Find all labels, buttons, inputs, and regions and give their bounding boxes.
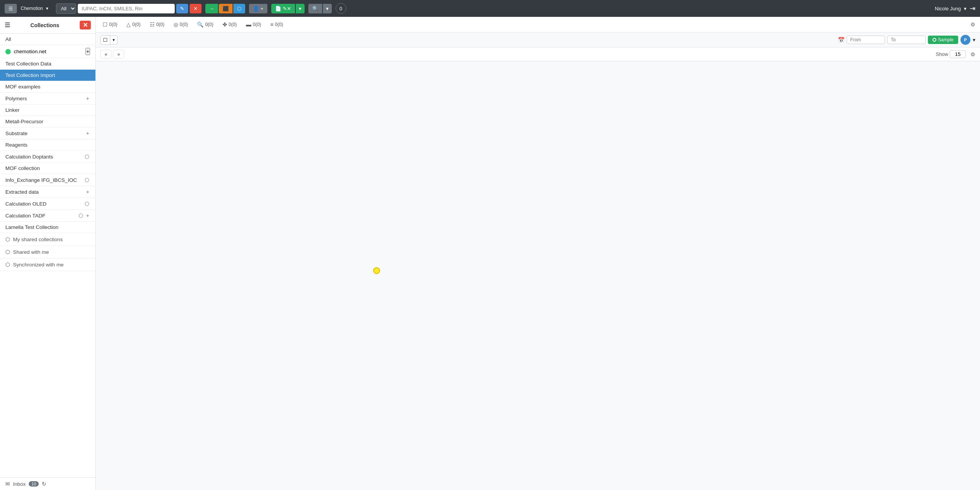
search-input[interactable] bbox=[78, 4, 175, 13]
brand[interactable]: Chemotion ▾ bbox=[21, 6, 48, 11]
chemotion-add-button[interactable]: + bbox=[85, 48, 90, 55]
hamburger-icon: ☰ bbox=[8, 6, 13, 11]
sidebar-item-lamella-test[interactable]: Lamella Test Collection bbox=[0, 222, 95, 233]
user-name[interactable]: Nicole Jung bbox=[935, 6, 961, 11]
sidebar-item-extracted-data[interactable]: Extracted data + bbox=[0, 186, 95, 198]
sidebar-toggle-icon[interactable]: ☰ bbox=[5, 21, 10, 29]
calc-tadf-add-button[interactable]: + bbox=[85, 212, 90, 219]
sidebar-item-linker[interactable]: Linker bbox=[0, 105, 95, 116]
tab-generic3[interactable]: ≡ 0(0) bbox=[268, 20, 285, 29]
hamburger-button[interactable]: ☰ bbox=[5, 4, 17, 13]
share-icon: ⬡ bbox=[5, 249, 10, 255]
badge-button[interactable]: 0 bbox=[336, 3, 346, 14]
sidebar-item-polymers[interactable]: Polymers + bbox=[0, 93, 95, 105]
item-label: MOF collection bbox=[5, 165, 90, 171]
orange-button[interactable]: ⬛ bbox=[219, 4, 233, 13]
generic3-icon: ≡ bbox=[270, 21, 273, 28]
select-dropdown-button[interactable]: ▾ bbox=[110, 36, 118, 44]
sidebar-item-reagents[interactable]: Reagents bbox=[0, 139, 95, 151]
tab-generic2[interactable]: ▬ 0(0) bbox=[244, 20, 263, 29]
calc-oled-share-button[interactable]: ⬡ bbox=[84, 201, 90, 207]
edit-button[interactable]: ✎ bbox=[176, 4, 188, 13]
search-dropdown-button[interactable]: ▾ bbox=[323, 4, 332, 13]
share-button[interactable]: ⬡ bbox=[233, 4, 245, 13]
user-button[interactable]: 👤 + bbox=[249, 4, 267, 13]
sidebar-item-calculation-oled[interactable]: Calculation OLED ⬡ bbox=[0, 198, 95, 210]
tab-screens[interactable]: ◎ 0(0) bbox=[171, 20, 190, 29]
polymers-add-button[interactable]: + bbox=[85, 95, 90, 101]
sidebar-item-all[interactable]: All bbox=[0, 34, 95, 45]
screens-icon: ◎ bbox=[174, 21, 178, 28]
collections-delete-button[interactable]: ✕ bbox=[80, 21, 91, 29]
sidebar-item-calculation-tadf[interactable]: Calculation TADF ⬡ + bbox=[0, 210, 95, 222]
expand-button[interactable]: ▾ bbox=[973, 37, 975, 43]
doc-button[interactable]: 📄 ✎✕ bbox=[271, 4, 295, 13]
wellplates-count: 0(0) bbox=[156, 22, 164, 27]
pagination-row: « » Show ⚙ bbox=[96, 47, 980, 61]
tab-reactions[interactable]: △ 0(0) bbox=[124, 20, 143, 29]
create-button[interactable]: → bbox=[205, 4, 218, 13]
sidebar-item-substrate[interactable]: Substrate + bbox=[0, 127, 95, 139]
create-action-group: → ⬛ ⬡ bbox=[205, 4, 245, 13]
all-label: All bbox=[5, 36, 11, 42]
reactions-count: 0(0) bbox=[132, 22, 140, 27]
tab-research-plans[interactable]: 🔍 0(0) bbox=[195, 20, 215, 29]
item-label: Polymers bbox=[5, 96, 85, 101]
navbar: ☰ Chemotion ▾ All ✎ ✕ → ⬛ ⬡ 👤 + 📄 ✎✕ ▾ 🔍 bbox=[0, 0, 980, 17]
sidebar-item-metall-precursor[interactable]: Metall-Precursor bbox=[0, 116, 95, 127]
doc-dropdown-button[interactable]: ▾ bbox=[296, 4, 305, 13]
tab-settings-icon[interactable]: ⚙ bbox=[970, 21, 975, 28]
search-action-group: 🔍 ▾ bbox=[308, 4, 332, 13]
substrate-add-button[interactable]: + bbox=[85, 130, 90, 136]
sidebar-item-mof-collection[interactable]: MOF collection bbox=[0, 163, 95, 174]
delete-button[interactable]: ✕ bbox=[190, 4, 202, 13]
search-group: All ✎ ✕ bbox=[56, 3, 202, 14]
prev-page-button[interactable]: « bbox=[100, 50, 111, 59]
avatar-button[interactable]: P bbox=[960, 35, 970, 45]
search-type-dropdown[interactable]: All bbox=[56, 3, 76, 14]
generic1-count: 0(0) bbox=[229, 22, 237, 27]
sidebar-item-test-collection-import[interactable]: Test Collection Import bbox=[0, 70, 95, 81]
sidebar-item-mof-examples[interactable]: MOF examples bbox=[0, 81, 95, 93]
generic2-count: 0(0) bbox=[253, 22, 261, 27]
search-button[interactable]: 🔍 bbox=[308, 4, 322, 13]
research-plans-count: 0(0) bbox=[205, 22, 213, 27]
select-all-checkbox[interactable]: ☐ bbox=[100, 35, 110, 45]
sidebar-my-shared-collections[interactable]: ⬡ My shared collections bbox=[0, 233, 95, 246]
sidebar-inbox[interactable]: ✉ Inbox 10 ↻ bbox=[0, 477, 95, 490]
chemotion-label: chemotion.net bbox=[11, 49, 85, 54]
screens-count: 0(0) bbox=[180, 22, 188, 27]
tab-samples[interactable]: ☐ 0(0) bbox=[100, 20, 120, 29]
calc-doptants-share-button[interactable]: ⬡ bbox=[84, 154, 90, 160]
extracted-add-button[interactable]: + bbox=[85, 189, 90, 195]
to-date-input[interactable] bbox=[887, 36, 926, 44]
pagination-settings-icon[interactable]: ⚙ bbox=[970, 51, 975, 57]
sidebar-shared-with-me[interactable]: ⬡ Shared with me bbox=[0, 246, 95, 258]
sample-label: Sample bbox=[938, 37, 954, 42]
info-exchange-share-button[interactable]: ⬡ bbox=[84, 177, 90, 183]
badge-count: 0 bbox=[339, 6, 342, 11]
sidebar-item-calculation-doptants[interactable]: Calculation Doptants ⬡ bbox=[0, 151, 95, 163]
item-label: MOF examples bbox=[5, 84, 90, 90]
inbox-label: Inbox bbox=[13, 481, 26, 487]
tab-generic1[interactable]: ✤ 0(0) bbox=[220, 20, 239, 29]
next-page-button[interactable]: » bbox=[113, 50, 124, 59]
item-label: Substrate bbox=[5, 131, 85, 136]
sidebar-synchronized-with-me[interactable]: ⬡ Synchronized with me bbox=[0, 258, 95, 271]
inbox-refresh-icon[interactable]: ↻ bbox=[42, 481, 46, 487]
sidebar-item-chemotion[interactable]: chemotion.net + bbox=[0, 45, 95, 58]
tab-wellplates[interactable]: ☷ 0(0) bbox=[147, 20, 167, 29]
sidebar: ☰ Collections ✕ All chemotion.net + Test… bbox=[0, 17, 96, 490]
sidebar-item-test-collection-data[interactable]: Test Collection Data bbox=[0, 58, 95, 70]
logout-button[interactable]: ⇥ bbox=[970, 4, 975, 13]
sidebar-item-info-exchange[interactable]: Info_Exchange IFG_IBCS_IOC ⬡ bbox=[0, 174, 95, 186]
calc-tadf-share-button[interactable]: ⬡ bbox=[78, 212, 84, 219]
show-count-input[interactable] bbox=[950, 50, 966, 58]
user-name-arrow: ▾ bbox=[964, 6, 967, 11]
from-date-input[interactable] bbox=[847, 36, 885, 44]
brand-arrow: ▾ bbox=[46, 6, 48, 11]
my-shared-collections-label: My shared collections bbox=[13, 237, 63, 242]
sample-button[interactable]: Sample bbox=[928, 36, 958, 44]
item-actions: ⬡ + bbox=[78, 212, 90, 219]
inbox-badge: 10 bbox=[29, 481, 39, 487]
